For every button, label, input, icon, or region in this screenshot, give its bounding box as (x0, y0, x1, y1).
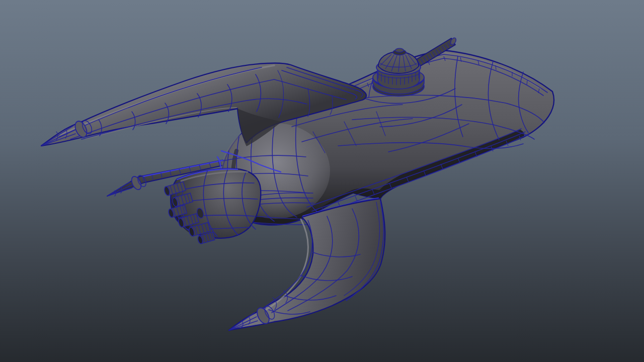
dome-knob (395, 48, 404, 52)
viewport[interactable] (0, 0, 644, 362)
viewport-canvas[interactable] (0, 0, 644, 362)
